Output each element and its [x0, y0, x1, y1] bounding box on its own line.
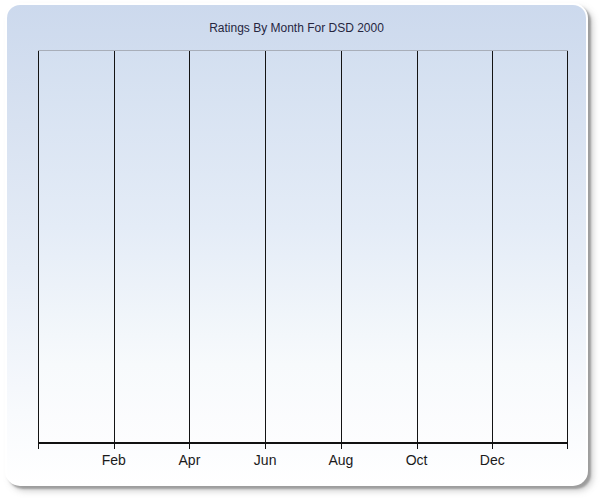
axis-tick: [38, 444, 39, 449]
x-axis-label: Oct: [406, 452, 428, 468]
axis-tick: [265, 444, 266, 449]
chart-window: Ratings By Month For DSD 2000 FebAprJunA…: [5, 3, 588, 486]
chart-panel: Ratings By Month For DSD 2000 FebAprJunA…: [7, 5, 586, 484]
gridline: [38, 51, 39, 443]
axis-tick: [417, 444, 418, 449]
axis-tick: [114, 444, 115, 449]
gridline: [492, 51, 493, 443]
x-axis-label: Feb: [102, 452, 126, 468]
axis-tick: [189, 444, 190, 449]
gridline: [114, 51, 115, 443]
axis-tick: [341, 444, 342, 449]
plot-area: FebAprJunAugOctDec: [38, 50, 568, 443]
axis-tick: [492, 444, 493, 449]
gridline: [341, 51, 342, 443]
x-axis-label: Aug: [328, 452, 353, 468]
gridline: [567, 51, 568, 443]
chart-title: Ratings By Month For DSD 2000: [7, 21, 586, 35]
gridline: [189, 51, 190, 443]
axis-tick: [567, 444, 568, 449]
x-axis-label: Jun: [254, 452, 277, 468]
x-axis-line: [38, 442, 568, 444]
gridline: [265, 51, 266, 443]
gridline: [417, 51, 418, 443]
x-axis-label: Dec: [480, 452, 505, 468]
x-axis-label: Apr: [179, 452, 201, 468]
